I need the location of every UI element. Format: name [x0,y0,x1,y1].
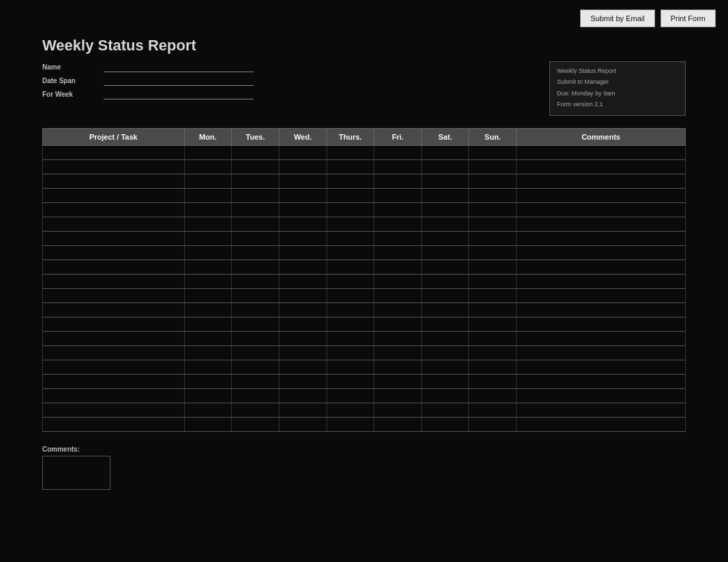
row-comments-input[interactable] [519,364,683,371]
wed-hours-input[interactable] [282,206,324,214]
sun-hours-input[interactable] [471,278,514,285]
mon-hours-input[interactable] [187,421,230,428]
sun-hours-input[interactable] [471,249,514,257]
fri-hours-input[interactable] [376,307,419,314]
row-comments-input[interactable] [519,178,683,185]
sat-hours-input[interactable] [424,407,467,414]
tues-hours-input[interactable] [234,392,277,400]
task-input[interactable] [45,235,182,243]
fri-hours-input[interactable] [376,206,419,214]
sat-hours-input[interactable] [424,335,467,343]
tues-hours-input[interactable] [234,264,277,271]
tues-hours-input[interactable] [234,321,277,328]
row-comments-input[interactable] [519,421,683,428]
for-input[interactable] [104,89,254,99]
mon-hours-input[interactable] [187,307,230,314]
tues-hours-input[interactable] [234,249,277,257]
fri-hours-input[interactable] [376,249,419,257]
mon-hours-input[interactable] [187,192,230,200]
sat-hours-input[interactable] [424,392,467,400]
tues-hours-input[interactable] [234,364,277,371]
thurs-hours-input[interactable] [329,249,372,257]
sat-hours-input[interactable] [424,192,467,200]
tues-hours-input[interactable] [234,335,277,343]
task-input[interactable] [45,149,182,157]
fri-hours-input[interactable] [376,149,419,157]
thurs-hours-input[interactable] [329,149,372,157]
task-input[interactable] [45,392,182,400]
row-comments-input[interactable] [519,221,683,228]
mon-hours-input[interactable] [187,249,230,257]
submit-email-button[interactable]: Submit by Email [580,10,654,27]
sun-hours-input[interactable] [471,192,514,200]
row-comments-input[interactable] [519,407,683,414]
sat-hours-input[interactable] [424,163,467,171]
sat-hours-input[interactable] [424,221,467,228]
task-input[interactable] [45,421,182,428]
thurs-hours-input[interactable] [329,378,372,386]
sun-hours-input[interactable] [471,221,514,228]
row-comments-input[interactable] [519,278,683,285]
row-comments-input[interactable] [519,249,683,257]
sun-hours-input[interactable] [471,407,514,414]
thurs-hours-input[interactable] [329,335,372,343]
mon-hours-input[interactable] [187,278,230,285]
mon-hours-input[interactable] [187,392,230,400]
sat-hours-input[interactable] [424,292,467,300]
fri-hours-input[interactable] [376,264,419,271]
mon-hours-input[interactable] [187,378,230,386]
fri-hours-input[interactable] [376,178,419,185]
task-input[interactable] [45,264,182,271]
mon-hours-input[interactable] [187,335,230,343]
fri-hours-input[interactable] [376,407,419,414]
mon-hours-input[interactable] [187,364,230,371]
task-input[interactable] [45,378,182,386]
thurs-hours-input[interactable] [329,364,372,371]
row-comments-input[interactable] [519,206,683,214]
wed-hours-input[interactable] [282,407,324,414]
wed-hours-input[interactable] [282,349,324,357]
thurs-hours-input[interactable] [329,178,372,185]
sat-hours-input[interactable] [424,321,467,328]
thurs-hours-input[interactable] [329,349,372,357]
fri-hours-input[interactable] [376,292,419,300]
wed-hours-input[interactable] [282,378,324,386]
tues-hours-input[interactable] [234,235,277,243]
sun-hours-input[interactable] [471,392,514,400]
sat-hours-input[interactable] [424,178,467,185]
thurs-hours-input[interactable] [329,292,372,300]
mon-hours-input[interactable] [187,235,230,243]
sat-hours-input[interactable] [424,278,467,285]
task-input[interactable] [45,349,182,357]
wed-hours-input[interactable] [282,321,324,328]
fri-hours-input[interactable] [376,349,419,357]
thurs-hours-input[interactable] [329,392,372,400]
tues-hours-input[interactable] [234,292,277,300]
sun-hours-input[interactable] [471,307,514,314]
wed-hours-input[interactable] [282,149,324,157]
wed-hours-input[interactable] [282,392,324,400]
row-comments-input[interactable] [519,149,683,157]
sun-hours-input[interactable] [471,264,514,271]
tues-hours-input[interactable] [234,149,277,157]
sun-hours-input[interactable] [471,378,514,386]
thurs-hours-input[interactable] [329,421,372,428]
row-comments-input[interactable] [519,264,683,271]
tues-hours-input[interactable] [234,221,277,228]
sun-hours-input[interactable] [471,149,514,157]
tues-hours-input[interactable] [234,378,277,386]
sun-hours-input[interactable] [471,335,514,343]
fri-hours-input[interactable] [376,364,419,371]
tues-hours-input[interactable] [234,349,277,357]
sun-hours-input[interactable] [471,421,514,428]
wed-hours-input[interactable] [282,192,324,200]
wed-hours-input[interactable] [282,235,324,243]
print-form-button[interactable]: Print Form [661,10,716,27]
row-comments-input[interactable] [519,235,683,243]
tues-hours-input[interactable] [234,421,277,428]
thurs-hours-input[interactable] [329,163,372,171]
mon-hours-input[interactable] [187,221,230,228]
sat-hours-input[interactable] [424,249,467,257]
mon-hours-input[interactable] [187,321,230,328]
task-input[interactable] [45,307,182,314]
